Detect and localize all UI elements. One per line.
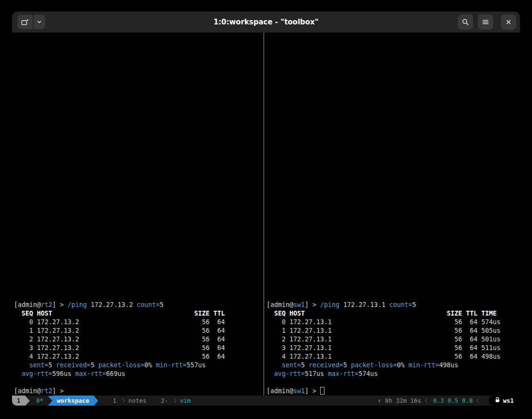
terminal-line: 2 172.27.13.1 56 64 501us — [266, 335, 500, 344]
hostname-label: ws1 — [503, 397, 514, 404]
load-average: 0.3 0.5 0.8 — [433, 397, 473, 404]
chevron-down-icon — [36, 19, 43, 25]
terminal-window: 1:0:workspace - "toolbox" — [12, 11, 520, 406]
tmux-session-badge[interactable]: 1 — [12, 396, 25, 406]
terminal-line: 1 172.27.13.2 56 64 — [14, 327, 225, 335]
search-button[interactable] — [458, 14, 473, 30]
new-tab-button[interactable] — [17, 15, 33, 29]
window-name: vim — [180, 396, 191, 406]
menu-button[interactable] — [478, 14, 493, 30]
terminal-area: [admin@rt2] > /ping 172.27.13.2 count=5 … — [12, 33, 520, 396]
tmux-window-vim[interactable]: 2- vim — [161, 396, 191, 406]
terminal-line: 3 172.27.13.1 56 64 511us — [266, 344, 500, 352]
lock-icon — [495, 397, 500, 404]
cursor — [320, 387, 324, 395]
uptime-value: 8h 32m 16s — [385, 397, 421, 404]
chevron-right-icon — [120, 398, 125, 403]
tmux-pane-right[interactable]: [admin@sw1] > /ping 172.27.13.1 count=5 … — [266, 301, 500, 396]
terminal-line — [266, 378, 500, 387]
new-tab-icon — [21, 18, 29, 26]
terminal-line — [14, 378, 225, 387]
terminal-line: [admin@sw1] > /ping 172.27.13.1 count=5 — [266, 301, 500, 309]
uptime-arrow-icon: ↑ — [378, 397, 382, 404]
hostname-badge: ws1 — [489, 396, 520, 406]
tmux-pane-left[interactable]: [admin@rt2] > /ping 172.27.13.2 count=5 … — [14, 301, 225, 396]
terminal-line: [admin@rt2] > /ping 172.27.13.2 count=5 — [14, 301, 225, 309]
chevron-left-icon — [425, 398, 429, 403]
tmux-window-workspace[interactable]: 0* workspace — [36, 396, 99, 406]
window-name: notes — [128, 396, 147, 406]
terminal-line: avg-rtt=596us max-rtt=669us — [14, 370, 225, 378]
pane-divider[interactable] — [264, 33, 264, 396]
window-name: workspace — [52, 396, 94, 406]
terminal-line: 4 172.27.13.1 56 64 498us — [266, 352, 500, 361]
window-index: 0* — [36, 396, 44, 406]
terminal-line: 2 172.27.13.2 56 64 — [14, 335, 225, 344]
terminal-line: SEQ HOST SIZE TTL TIME — [266, 309, 500, 318]
tmux-status-right: ↑ 8h 32m 16s 0.3 0.5 0.8 ws1 — [378, 396, 520, 406]
terminal-line: sent=5 received=5 packet-loss=0% min-rtt… — [14, 361, 225, 370]
new-tab-split-button — [17, 15, 45, 29]
powerline-arrow — [25, 396, 30, 406]
chevron-left-icon — [476, 398, 481, 403]
close-icon — [505, 19, 512, 25]
window-index: 1 — [113, 396, 116, 406]
terminal-line: 0 172.27.13.1 56 64 574us — [266, 318, 500, 327]
terminal-line: [admin@sw1] > — [266, 387, 500, 396]
powerline-arrow — [94, 396, 98, 406]
search-icon — [462, 18, 469, 26]
terminal-line: 4 172.27.13.2 56 64 — [14, 352, 225, 361]
tmux-window-notes[interactable]: 1 notes — [113, 396, 146, 406]
terminal-line: SEQ HOST SIZE TTL — [14, 309, 225, 318]
terminal-line: [admin@rt2] > — [14, 387, 225, 396]
close-button[interactable] — [501, 14, 516, 30]
terminal-line: 1 172.27.13.1 56 64 505us — [266, 327, 500, 335]
terminal-line: 0 172.27.13.2 56 64 — [14, 318, 225, 327]
headerbar-actions — [458, 14, 516, 30]
hamburger-menu-icon — [482, 18, 489, 26]
tmux-status-bar: 1 0* workspace 1 notes 2- vim ↑ 8h 32m 1… — [12, 396, 520, 406]
powerline-arrow — [48, 396, 52, 406]
window-index: 2- — [161, 396, 168, 406]
window-title: 1:0:workspace - "toolbox" — [12, 18, 520, 26]
terminal-line: sent=5 received=5 packet-loss=0% min-rtt… — [266, 361, 500, 370]
headerbar: 1:0:workspace - "toolbox" — [12, 11, 520, 33]
tab-list-dropdown-button[interactable] — [34, 15, 45, 29]
terminal-line: 3 172.27.13.2 56 64 — [14, 344, 225, 352]
chevron-right-icon — [172, 398, 176, 403]
terminal-line: avg-rtt=517us max-rtt=574us — [266, 370, 500, 378]
